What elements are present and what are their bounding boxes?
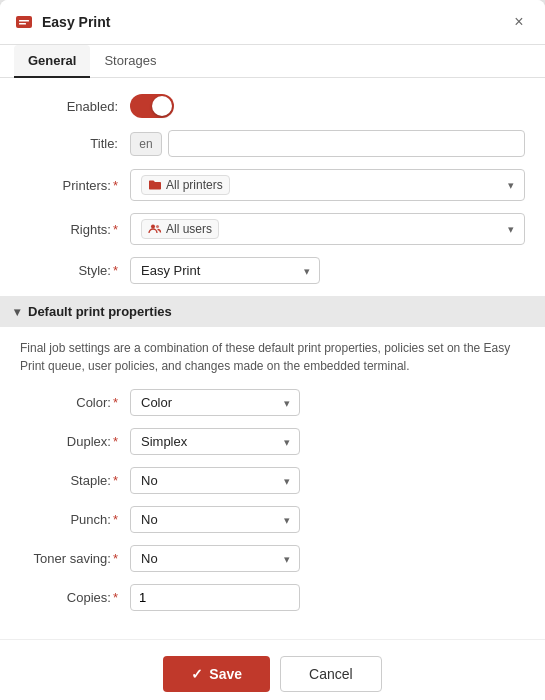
- save-checkmark-icon: ✓: [191, 666, 203, 682]
- rights-label: Rights:*: [20, 222, 130, 237]
- title-bar: Easy Print ×: [0, 0, 545, 45]
- staple-select-wrapper: No Yes ▾: [130, 467, 300, 494]
- copies-input[interactable]: [130, 584, 300, 611]
- toner-label: Toner saving:*: [20, 551, 130, 566]
- color-row: Color:* Color Black & White ▾: [20, 389, 525, 416]
- color-select-wrapper: Color Black & White ▾: [130, 389, 300, 416]
- cancel-button[interactable]: Cancel: [280, 656, 382, 692]
- duplex-select[interactable]: Simplex Long edge Short edge: [130, 428, 300, 455]
- users-icon: [148, 222, 162, 236]
- tabs-bar: General Storages: [0, 45, 545, 78]
- punch-select-wrapper: No Yes ▾: [130, 506, 300, 533]
- close-button[interactable]: ×: [507, 10, 531, 34]
- title-row: Title: en: [20, 130, 525, 157]
- copies-label: Copies:*: [20, 590, 130, 605]
- svg-point-4: [156, 225, 159, 228]
- printers-row: Printers:* All printers ▾: [20, 169, 525, 201]
- style-row: Style:* Easy Print ▾: [20, 257, 525, 284]
- save-button[interactable]: ✓ Save: [163, 656, 270, 692]
- dialog: Easy Print × General Storages Enabled: T…: [0, 0, 545, 700]
- title-bar-left: Easy Print: [14, 12, 110, 32]
- tab-general[interactable]: General: [14, 45, 90, 78]
- svg-rect-2: [19, 23, 26, 25]
- tab-storages[interactable]: Storages: [90, 45, 170, 78]
- enabled-row: Enabled:: [20, 94, 525, 118]
- printers-dropdown-arrow: ▾: [508, 179, 514, 192]
- title-input[interactable]: [168, 130, 525, 157]
- rights-icon-badge: All users: [141, 219, 219, 239]
- punch-row: Punch:* No Yes ▾: [20, 506, 525, 533]
- duplex-row: Duplex:* Simplex Long edge Short edge ▾: [20, 428, 525, 455]
- rights-dropdown-arrow: ▾: [508, 223, 514, 236]
- rights-select[interactable]: All users ▾: [130, 213, 525, 245]
- duplex-select-wrapper: Simplex Long edge Short edge ▾: [130, 428, 300, 455]
- section-title: Default print properties: [28, 304, 172, 319]
- staple-select[interactable]: No Yes: [130, 467, 300, 494]
- svg-point-3: [151, 225, 155, 229]
- color-select[interactable]: Color Black & White: [130, 389, 300, 416]
- section-description: Final job settings are a combination of …: [20, 339, 525, 375]
- app-icon: [14, 12, 34, 32]
- copies-row: Copies:*: [20, 584, 525, 611]
- folder-icon: [148, 178, 162, 192]
- svg-rect-1: [19, 20, 29, 22]
- punch-select[interactable]: No Yes: [130, 506, 300, 533]
- footer: ✓ Save Cancel: [0, 639, 545, 700]
- duplex-label: Duplex:*: [20, 434, 130, 449]
- title-label: Title:: [20, 136, 130, 151]
- section-header[interactable]: ▾ Default print properties: [0, 296, 545, 327]
- section-chevron-icon: ▾: [14, 305, 20, 319]
- punch-label: Punch:*: [20, 512, 130, 527]
- printers-label: Printers:*: [20, 178, 130, 193]
- style-select[interactable]: Easy Print: [130, 257, 320, 284]
- title-input-group: en: [130, 130, 525, 157]
- enabled-toggle[interactable]: [130, 94, 174, 118]
- toner-row: Toner saving:* No Yes ▾: [20, 545, 525, 572]
- staple-row: Staple:* No Yes ▾: [20, 467, 525, 494]
- enabled-label: Enabled:: [20, 99, 130, 114]
- style-label: Style:*: [20, 263, 130, 278]
- printers-icon-badge: All printers: [141, 175, 230, 195]
- form-content: Enabled: Title: en Printers:*: [0, 78, 545, 639]
- printers-select[interactable]: All printers ▾: [130, 169, 525, 201]
- staple-label: Staple:*: [20, 473, 130, 488]
- color-label: Color:*: [20, 395, 130, 410]
- rights-row: Rights:* All users ▾: [20, 213, 525, 245]
- svg-rect-0: [16, 16, 32, 28]
- style-select-wrapper: Easy Print ▾: [130, 257, 320, 284]
- toner-select-wrapper: No Yes ▾: [130, 545, 300, 572]
- toner-select[interactable]: No Yes: [130, 545, 300, 572]
- lang-tag: en: [130, 132, 162, 156]
- dialog-title: Easy Print: [42, 14, 110, 30]
